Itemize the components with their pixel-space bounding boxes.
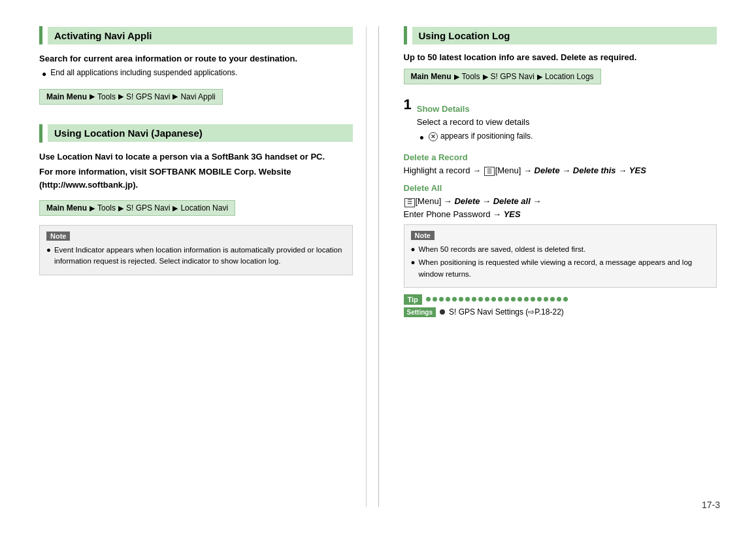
left-column: Activating Navi Appli Search for current… — [39, 26, 367, 507]
sub-title-delete-all: Delete All — [404, 183, 717, 193]
location-navi-body-line-1: For more information, visit SOFTBANK MOB… — [39, 165, 353, 191]
tip-bar: Tip — [404, 294, 717, 305]
show-details-bullet-text: appears if positioning fails. — [440, 131, 533, 141]
section-title-activating: Activating Navi Appli — [48, 27, 353, 44]
section-header-location-navi: Using Location Navi (Japanese) — [39, 124, 353, 143]
delete-all-italic: Delete all — [493, 196, 531, 206]
tip-dots — [426, 297, 717, 301]
location-navi-body-line-0: Use Location Navi to locate a person via… — [39, 150, 353, 163]
section-bar-location-log — [404, 26, 407, 44]
step-1-container: 1 Show Details Select a record to view d… — [404, 97, 717, 220]
sub-body-show-details: Select a record to view details — [417, 116, 717, 129]
settings-dot-icon — [440, 309, 445, 315]
arrow-0: ▶ — [90, 92, 95, 101]
show-details-section: Show Details Select a record to view det… — [417, 97, 717, 146]
arrow-ln-2: ▶ — [173, 204, 178, 213]
section-header-location-log: Using Location Log — [404, 26, 717, 44]
delete-italic-1: Delete — [534, 165, 560, 175]
note-bullet-right-0: ● — [411, 244, 416, 255]
arrow-ll-0: ▶ — [454, 73, 459, 81]
note-text-right-1: When positioning is requested while view… — [418, 257, 710, 280]
menu-path-ll-2: S! GPS Navi — [491, 72, 534, 81]
bullet-dot-show: ● — [419, 131, 424, 143]
delete-all-section: Delete All ☰[Menu] → Delete → Delete all… — [404, 183, 717, 220]
sub-title-delete-record: Delete a Record — [404, 152, 717, 162]
yes-italic-2: YES — [504, 209, 521, 219]
note-item-0: ● Event Indicator appears when location … — [46, 245, 346, 267]
sub-title-show-details: Show Details — [417, 104, 717, 114]
note-item-text-0: Event Indicator appears when location in… — [54, 245, 346, 267]
menu-path-activating: Main Menu ▶ Tools ▶ S! GPS Navi ▶ Navi A… — [39, 89, 223, 105]
arrow-1: ▶ — [118, 92, 123, 101]
menu-path-ll-0: Main Menu — [411, 72, 452, 81]
activating-bullet: ● End all applications including suspend… — [42, 68, 353, 80]
tip-label: Tip — [404, 294, 422, 305]
section-title-location-navi: Using Location Navi (Japanese) — [48, 124, 353, 142]
menu-icon-delete-record: ☰ — [484, 167, 495, 176]
section-bar-activating — [39, 26, 42, 44]
section-body-activating: Search for current area information or r… — [39, 52, 353, 80]
note-label-location-navi: Note — [46, 232, 70, 241]
arrow-ln-1: ▶ — [118, 204, 123, 213]
note-label-location-log: Note — [411, 231, 435, 240]
section-header-activating: Activating Navi Appli — [39, 26, 353, 44]
delete-italic-2: Delete — [454, 196, 480, 206]
activating-bullet-text: End all applications including suspended… — [50, 68, 237, 77]
settings-text: S! GPS Navi Settings (⇨P.18-22) — [449, 307, 564, 317]
arrow-ll-2: ▶ — [537, 73, 542, 81]
menu-path-item-0: Main Menu — [46, 92, 87, 101]
note-box-location-log: Note ● When 50 records are saved, oldest… — [404, 224, 717, 288]
note-bullet-icon: ● — [46, 245, 51, 256]
page-container: Activating Navi Appli Search for current… — [0, 0, 756, 533]
arrow-ln-0: ▶ — [90, 204, 95, 213]
menu-path-ln-2: S! GPS Navi — [126, 203, 170, 213]
section-body-location-navi: Use Location Navi to locate a person via… — [39, 150, 353, 192]
note-item-right-1: ● When positioning is requested while vi… — [411, 257, 710, 280]
icon-circle-x-icon: ✕ — [428, 131, 438, 141]
yes-italic-1: YES — [629, 165, 646, 175]
menu-path-item-2: S! GPS Navi — [126, 92, 170, 101]
note-box-location-navi: Note ● Event Indicator appears when loca… — [39, 225, 353, 275]
right-column: Using Location Log Up to 50 latest locat… — [391, 26, 717, 507]
column-divider — [378, 26, 379, 507]
sub-body-delete-all: ☰[Menu] → Delete → Delete all → Enter Ph… — [404, 195, 717, 220]
menu-path-location-log: Main Menu ▶ Tools ▶ S! GPS Navi ▶ Locati… — [404, 69, 601, 84]
note-bullet-right-1: ● — [411, 257, 416, 268]
bullet-dot-icon: ● — [42, 68, 46, 80]
note-text-right-0: When 50 records are saved, oldest is del… — [418, 244, 585, 255]
menu-icon-delete-all: ☰ — [404, 198, 415, 207]
menu-path-ln-1: Tools — [97, 203, 116, 213]
menu-path-ln-0: Main Menu — [46, 203, 87, 213]
step-number-1: 1 — [404, 97, 412, 112]
menu-path-ll-3: Location Logs — [545, 72, 594, 81]
settings-bar: Settings S! GPS Navi Settings (⇨P.18-22) — [404, 307, 717, 317]
sub-body-delete-record: Highlight a record → ☰[Menu] → Delete → … — [404, 164, 717, 177]
menu-path-ll-1: Tools — [462, 72, 480, 81]
menu-path-item-3: Navi Appli — [180, 92, 215, 101]
note-item-right-0: ● When 50 records are saved, oldest is d… — [411, 244, 710, 255]
show-details-bullet: ● ✕ appears if positioning fails. — [419, 131, 717, 143]
menu-path-item-1: Tools — [97, 92, 116, 101]
location-log-intro: Up to 50 latest location info are saved.… — [404, 52, 717, 62]
arrow-2: ▶ — [173, 92, 178, 101]
settings-label: Settings — [404, 307, 436, 317]
page-number-bottom: 17-3 — [702, 500, 720, 510]
menu-path-location-navi: Main Menu ▶ Tools ▶ S! GPS Navi ▶ Locati… — [39, 200, 235, 216]
activating-body-bold: Search for current area information or r… — [39, 52, 353, 65]
menu-path-ln-3: Location Navi — [180, 203, 228, 213]
arrow-ll-1: ▶ — [483, 73, 488, 81]
delete-this-italic: Delete this — [573, 165, 616, 175]
delete-record-section: Delete a Record Highlight a record → ☰[M… — [404, 152, 717, 177]
section-title-location-log: Using Location Log — [412, 27, 717, 44]
section-bar-location-navi — [39, 124, 42, 143]
